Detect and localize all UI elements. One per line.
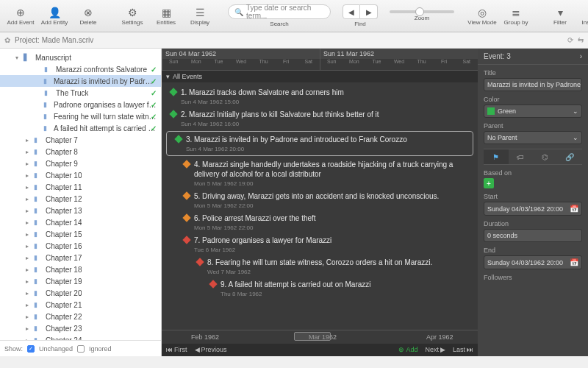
search-input[interactable]: 🔍Type date or search term... xyxy=(228,4,331,19)
parent-select[interactable]: No Parent⌄ xyxy=(484,131,582,144)
event-row[interactable]: 2. Marazzi Initially plans to kill Salva… xyxy=(162,107,478,130)
event-row[interactable]: 8. Fearing he will turn state witness, C… xyxy=(162,255,478,277)
tree-event-item[interactable]: ▮Marazzi confronts Salvatore✓ xyxy=(0,63,161,75)
zoom-slider[interactable] xyxy=(390,10,454,13)
nav-previous[interactable]: ◀ Previous xyxy=(195,346,227,353)
folder-icon: ▮ xyxy=(34,289,43,297)
tree-chapter-item[interactable]: ▸▮Chapter 8 xyxy=(0,146,161,158)
tree-chapter-item[interactable]: ▸▮Chapter 14 xyxy=(0,216,161,228)
start-field[interactable]: Sunday 04/03/1962 20:00📅 xyxy=(484,202,582,216)
nav-next[interactable]: Next ▶ xyxy=(425,346,445,353)
tree-manuscript[interactable]: ▾▋Manuscript xyxy=(0,52,161,63)
delete-button[interactable]: ⊗Delete xyxy=(72,2,104,30)
event-marker-icon xyxy=(174,135,182,143)
unchanged-checkbox[interactable]: ✓ xyxy=(27,345,35,353)
event-title: 3. Marazzi is invited in by Padrone and … xyxy=(186,135,467,144)
event-row[interactable]: 5. Driving away, Marazzi gets into an ac… xyxy=(162,189,478,211)
tree-chapter-item[interactable]: ▸▮Chapter 20 xyxy=(0,287,161,299)
inspector-tabs: ⚑ 🏷 ⌬ 🔗 xyxy=(484,149,582,165)
event-date: Wed 7 Mar 1962 xyxy=(207,269,472,275)
all-events-header[interactable]: ▾All Events xyxy=(162,71,478,82)
timeline-view: Sun 04 Mar 1962SunMonTueWedThuFriSat Sun… xyxy=(162,49,478,356)
tree-chapter-item[interactable]: ▸▮Chapter 23 xyxy=(0,322,161,334)
sync-icon[interactable]: ⇆ xyxy=(578,36,584,44)
tab-flag[interactable]: ⚑ xyxy=(484,149,509,164)
scrubber-window[interactable] xyxy=(294,332,331,341)
find-prev-button[interactable]: ◀ xyxy=(343,4,360,19)
filter-button[interactable]: ▾Filter xyxy=(544,2,576,30)
tab-tag[interactable]: 🏷 xyxy=(509,149,534,164)
entities-button[interactable]: ▦Entities xyxy=(150,2,182,30)
x-circle-icon: ⊗ xyxy=(84,6,93,19)
nav-first[interactable]: ⏮ First xyxy=(166,346,187,353)
refresh-icon[interactable]: ⟳ xyxy=(567,36,573,44)
nav-add[interactable]: ⊕ Add xyxy=(398,346,417,353)
tree-event-item[interactable]: ▮Padrone organises a lawyer for Marazzi✓ xyxy=(0,99,161,110)
view-mode-button[interactable]: ◎View Mode xyxy=(466,2,498,30)
tree-chapter-item[interactable]: ▸▮Chapter 11 xyxy=(0,181,161,193)
duration-field[interactable]: 0 seconds xyxy=(484,229,582,242)
tree-chapter-item[interactable]: ▸▮Chapter 16 xyxy=(0,240,161,252)
funnel-icon: ▾ xyxy=(558,6,563,19)
folder-icon: ▮ xyxy=(34,136,43,144)
event-title: 5. Driving away, Marazzi gets into an ac… xyxy=(194,191,472,201)
week-label-2: Sun 11 Mar 1962 xyxy=(320,49,478,59)
end-field[interactable]: Sunday 04/03/1962 20:00📅 xyxy=(484,255,582,269)
tree-chapter-item[interactable]: ▸▮Chapter 24 xyxy=(0,334,161,340)
event-row[interactable]: 4. Marazzi single handedly undertakes a … xyxy=(162,158,478,189)
display-button[interactable]: ☰Display xyxy=(184,2,216,30)
tab-link[interactable]: 🔗 xyxy=(558,149,583,164)
inspector-button[interactable]: ⓘInspector xyxy=(578,2,588,30)
title-field[interactable]: Marazzi is invited in by Padrone and int… xyxy=(484,78,582,91)
project-bar: ✿ Project: Made Man.scriv ⟳ ⇆ xyxy=(0,32,588,49)
tree-event-item[interactable]: ▮Fearing he will turn state witness, Cor… xyxy=(0,110,161,122)
project-label: Project: Made Man.scriv xyxy=(15,36,93,44)
event-row[interactable]: 3. Marazzi is invited in by Padrone and … xyxy=(166,131,473,156)
based-on-add[interactable]: + xyxy=(484,178,494,188)
event-marker-icon xyxy=(209,280,217,288)
tree-chapter-item[interactable]: ▸▮Chapter 9 xyxy=(0,158,161,169)
tree-chapter-item[interactable]: ▸▮Chapter 22 xyxy=(0,311,161,322)
sidebar: ▾▋Manuscript ▮Marazzi confronts Salvator… xyxy=(0,49,162,356)
event-row[interactable]: 1. Marazzi tracks down Salvatore and cor… xyxy=(162,85,478,107)
event-date: Mon 5 Mar 1962 22:00 xyxy=(194,224,472,231)
month-scrubber[interactable]: Feb 1962 Mar 1962 Apr 1962 xyxy=(162,330,478,344)
tree-event-item[interactable]: ▮The Truck✓ xyxy=(0,87,161,99)
tree-chapter-item[interactable]: ▸▮Chapter 19 xyxy=(0,275,161,287)
check-icon: ✓ xyxy=(151,89,157,97)
add-event-button[interactable]: ⊕Add Event xyxy=(4,2,37,30)
find-next-button[interactable]: ▶ xyxy=(360,4,378,19)
tree-event-item[interactable]: ▮Marazzi is invited in by Padrone and in… xyxy=(0,75,161,87)
tree-chapter-item[interactable]: ▸▮Chapter 17 xyxy=(0,252,161,263)
tree-chapter-item[interactable]: ▸▮Chapter 10 xyxy=(0,169,161,181)
gear-small-icon[interactable]: ✿ xyxy=(4,36,10,44)
ignored-checkbox[interactable] xyxy=(77,345,85,353)
calendar-icon[interactable]: 📅 xyxy=(570,258,578,266)
event-row[interactable]: 9. A failed hit attempt is carried out o… xyxy=(162,277,478,300)
tree-chapter-item[interactable]: ▸▮Chapter 18 xyxy=(0,263,161,275)
tree-chapter-item[interactable]: ▸▮Chapter 13 xyxy=(0,205,161,216)
list-icon: ☰ xyxy=(196,6,205,19)
tree-event-item[interactable]: ▮A failed hit attempt is carried out on … xyxy=(0,122,161,134)
event-row[interactable]: 6. Police arrest Marazzi over the theftM… xyxy=(162,211,478,233)
calendar-icon[interactable]: 📅 xyxy=(570,205,578,213)
group-by-button[interactable]: ≣Group by xyxy=(500,2,532,30)
folder-icon: ▮ xyxy=(34,242,43,250)
add-entity-button[interactable]: 👤Add Entity xyxy=(38,2,71,30)
book-icon: ▋ xyxy=(24,54,32,61)
folder-icon: ▮ xyxy=(34,230,43,238)
color-select[interactable]: Green⌄ xyxy=(484,105,582,118)
zoom-label: Zoom xyxy=(415,15,429,21)
event-date: Mon 5 Mar 1962 22:00 xyxy=(194,202,472,209)
tree-chapter-item[interactable]: ▸▮Chapter 21 xyxy=(0,299,161,311)
tab-bug[interactable]: ⌬ xyxy=(533,149,558,164)
tree-chapter-item[interactable]: ▸▮Chapter 15 xyxy=(0,228,161,240)
tree-chapter-item[interactable]: ▸▮Chapter 7 xyxy=(0,134,161,146)
nav-last[interactable]: Last ⏭ xyxy=(453,346,473,353)
chevron-right-icon[interactable]: › xyxy=(580,52,582,60)
event-row[interactable]: 7. Padrone organises a lawyer for Marazz… xyxy=(162,233,478,255)
tree-chapter-item[interactable]: ▸▮Chapter 12 xyxy=(0,193,161,205)
document-tree[interactable]: ▾▋Manuscript ▮Marazzi confronts Salvator… xyxy=(0,49,161,340)
folder-icon: ▮ xyxy=(34,277,43,285)
settings-button[interactable]: ⚙Settings xyxy=(116,2,148,30)
